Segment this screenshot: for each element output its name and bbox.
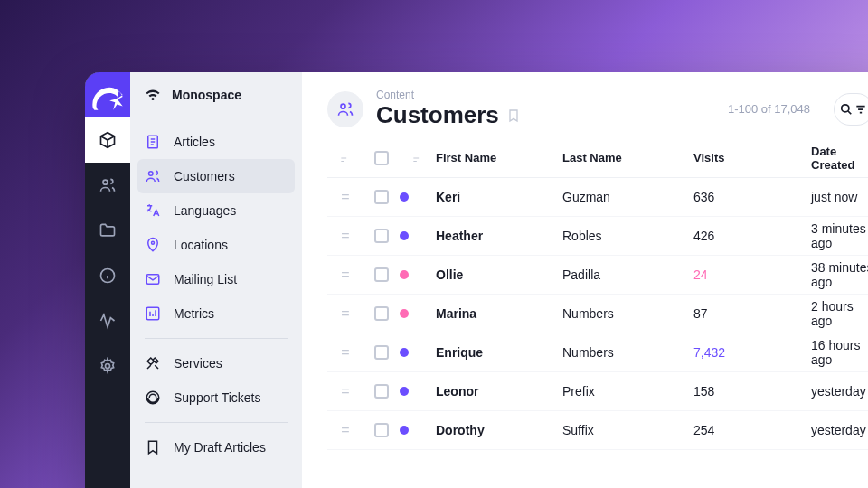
column-first-name[interactable]: First Name [436,151,562,164]
status-cell [400,270,436,279]
date-cell: 3 minutes ago [811,221,868,250]
sidebar-item-customers[interactable]: Customers [137,159,295,193]
sidebar-item-metrics[interactable]: Metrics [130,296,302,331]
sidebar-item-label: Customers [174,169,235,183]
last-name-cell: Numbers [562,306,693,321]
visits-cell: 87 [693,306,811,321]
checkbox[interactable] [374,190,389,204]
translate-icon [145,202,161,219]
status-dot [400,348,409,357]
checkbox[interactable] [374,267,389,282]
first-name-cell: Dorothy [436,423,562,437]
drag-handle[interactable]: = [327,189,363,205]
row-checkbox-cell[interactable] [363,345,400,360]
sidebar-item-services[interactable]: Services [130,346,302,380]
search-filter-button[interactable] [834,93,868,126]
sidebar-item-label: Locations [174,238,228,252]
sidebar-item-drafts[interactable]: My Draft Articles [130,430,302,465]
last-name-cell: Numbers [562,345,693,360]
customers-table: First Name Last Name Visits Date Created… [302,138,868,488]
table-row[interactable]: =EnriqueNumbers7,43216 hours ago [327,333,868,372]
sort-column-2[interactable] [400,152,436,164]
table-row[interactable]: =OlliePadilla2438 minutes ago [327,256,868,295]
rail-item-people[interactable] [85,163,130,208]
main-content: Content Customers 1-100 of 17,048 [302,72,868,488]
checkbox[interactable] [374,384,389,399]
drag-handle[interactable]: = [327,228,363,244]
table-row[interactable]: =MarinaNumbers872 hours ago [327,295,868,333]
checkbox[interactable] [374,151,389,165]
sidebar-item-label: My Draft Articles [174,440,266,455]
row-checkbox-cell[interactable] [363,190,400,204]
rail-item-box[interactable] [85,117,130,163]
nav-divider [145,338,288,339]
sort-column[interactable] [327,152,363,164]
nav-section: Articles Customers Languages Locations M… [130,117,302,472]
column-visits[interactable]: Visits [693,151,811,164]
people-icon [336,100,354,118]
row-checkbox-cell[interactable] [363,423,400,437]
rail-item-info[interactable] [85,253,130,298]
table-header: First Name Last Name Visits Date Created [327,138,868,178]
first-name-cell: Enrique [436,345,562,360]
workspace-name: Monospace [172,88,241,102]
visits-cell: 7,432 [693,345,811,360]
drag-handle[interactable]: = [327,267,363,283]
table-row[interactable]: =KeriGuzman636just now [327,178,868,217]
table-row[interactable]: =LeonorPrefix158yesterday [327,372,868,411]
info-icon [99,267,117,285]
date-cell: 38 minutes ago [811,260,868,289]
first-name-cell: Leonor [436,384,562,399]
rail-item-settings[interactable] [85,343,130,389]
row-checkbox-cell[interactable] [363,267,400,282]
date-cell: just now [811,190,868,204]
drag-handle[interactable]: = [327,422,363,438]
filter-icon [854,103,867,116]
activity-icon [99,312,117,330]
svg-point-8 [341,104,345,108]
folder-icon [99,221,117,239]
column-date-created[interactable]: Date Created [811,145,868,172]
select-all-column[interactable] [363,151,400,165]
cube-icon [99,131,117,149]
gear-icon [99,357,117,375]
sidebar-item-articles[interactable]: Articles [130,125,302,159]
people-icon [99,176,117,194]
drag-handle[interactable]: = [327,344,363,361]
wifi-icon [145,87,161,103]
row-checkbox-cell[interactable] [363,384,400,399]
row-checkbox-cell[interactable] [363,229,400,243]
sidebar-item-mailing[interactable]: Mailing List [130,262,302,296]
column-last-name[interactable]: Last Name [562,151,693,164]
checkbox[interactable] [374,345,389,360]
workspace-selector[interactable]: Monospace [130,72,302,117]
table-row[interactable]: =DorothySuffix254yesterday [327,411,868,450]
status-dot [400,270,409,279]
table-row[interactable]: =HeatherRobles4263 minutes ago [327,217,868,256]
drag-handle[interactable]: = [327,383,363,399]
app-logo[interactable] [85,72,130,117]
page-header: Content Customers 1-100 of 17,048 [302,72,868,138]
visits-cell: 426 [693,229,811,243]
sidebar-item-languages[interactable]: Languages [130,193,302,228]
status-dot [400,309,409,318]
visits-cell: 254 [693,423,811,437]
checkbox[interactable] [374,306,389,321]
lifebuoy-icon [145,389,161,406]
row-checkbox-cell[interactable] [363,306,400,321]
sidebar-item-label: Services [174,356,222,371]
checkbox[interactable] [374,229,389,243]
drag-handle[interactable]: = [327,305,363,322]
sidebar-item-locations[interactable]: Locations [130,228,302,262]
date-cell: yesterday [811,423,868,437]
rail-item-folder[interactable] [85,208,130,253]
sidebar-item-support[interactable]: Support Tickets [130,380,302,415]
rail-item-activity[interactable] [85,298,130,343]
first-name-cell: Marina [436,306,562,321]
status-cell [400,309,436,318]
first-name-cell: Ollie [436,267,562,282]
app-window: Monospace Articles Customers Languages L… [85,72,868,488]
checkbox[interactable] [374,423,389,437]
last-name-cell: Suffix [562,423,693,437]
bookmark-icon[interactable] [506,108,521,123]
